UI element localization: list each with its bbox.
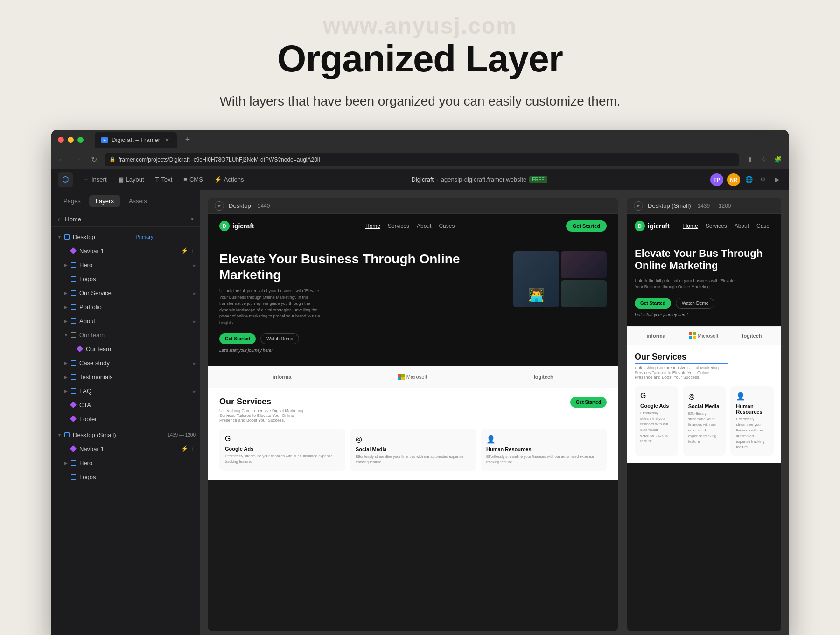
- layer-cta[interactable]: CTA: [51, 398, 200, 412]
- person-image-1: [513, 251, 559, 307]
- nav-back-button[interactable]: ←: [57, 155, 67, 164]
- layer-our-team-parent[interactable]: ▾ Our team: [51, 328, 200, 342]
- free-badge: FREE: [529, 176, 547, 183]
- expand-icon-faq: ▶: [63, 388, 69, 394]
- toolbar-cms-button[interactable]: ≡ CMS: [179, 174, 207, 185]
- layer-badge-about: #: [193, 318, 196, 324]
- canvas-area: ▶ Desktop 1440 www.anyusj.com D igicraft: [201, 190, 789, 635]
- layer-desktop-small[interactable]: ▾ Desktop (Small) 1439 — 1200: [51, 428, 200, 442]
- nav-services-small[interactable]: Services: [706, 223, 727, 229]
- hero-desc-small: Unlock the full potential of your busine…: [635, 278, 737, 290]
- nav-home-small[interactable]: Home: [683, 223, 698, 229]
- toolbar-insert-button[interactable]: ＋ Insert: [78, 173, 112, 186]
- preview-play-button-small[interactable]: ▶: [634, 201, 643, 211]
- toolbar-dot: ·: [436, 176, 438, 183]
- layer-our-team-child[interactable]: Our team: [51, 342, 200, 356]
- layer-logos-small[interactable]: Logos: [51, 470, 200, 484]
- browser-minimize-dot[interactable]: [68, 137, 74, 143]
- logos-small: informa Microsoft logitech: [627, 326, 781, 345]
- expand-placeholder-navbar-small: [63, 445, 69, 452]
- framer-toolbar: ⬡ ＋ Insert ▦ Layout T Text ≡ CMS ⚡ Actio…: [51, 169, 789, 190]
- layer-label-logos-small: Logos: [79, 473, 196, 480]
- nav-refresh-button[interactable]: ↻: [89, 155, 99, 164]
- layer-hero-small[interactable]: ▶ Hero: [51, 456, 200, 470]
- services-title: Our Services: [219, 397, 313, 407]
- services-header-text: Our Services Unleashing Comprehensive Di…: [219, 397, 313, 423]
- toolbar-text-button[interactable]: T Text: [151, 174, 177, 185]
- services-header-small: Our Services Unleashing Comprehensive Di…: [635, 352, 774, 380]
- layer-label-about: About: [79, 318, 191, 325]
- layer-testimonials[interactable]: ▶ Testimonials: [51, 370, 200, 384]
- layer-label-portfolio: Portfolio: [79, 303, 196, 310]
- nav-link-cases[interactable]: Cases: [439, 223, 455, 229]
- sidebar-home-dropdown[interactable]: ⌂ Home ▾: [51, 212, 200, 227]
- layer-navbar1-small[interactable]: Navbar 1 ⚡ ＋: [51, 442, 200, 456]
- nav-link-home[interactable]: Home: [365, 223, 380, 229]
- toolbar-layout-button[interactable]: ▦ Layout: [113, 174, 149, 185]
- website-preview-small[interactable]: www.anyusj.com D igicraft Home Services …: [627, 214, 781, 631]
- tab-title: Digicraft – Framer: [112, 136, 160, 143]
- browser-maximize-dot[interactable]: [77, 137, 84, 143]
- browser-tab[interactable]: F Digicraft – Framer ✕: [95, 132, 177, 148]
- tab-pages[interactable]: Pages: [57, 195, 87, 207]
- nav-cta-button[interactable]: Get Started: [566, 220, 607, 232]
- address-bar[interactable]: 🔒 framer.com/projects/Digicraft--c9cHI0H…: [105, 153, 739, 166]
- nav-link-services[interactable]: Services: [388, 223, 409, 229]
- service-name-social-small: Social Media: [688, 403, 721, 409]
- hero-demo-button[interactable]: Watch Demo: [260, 333, 299, 344]
- hero-actions: Get Started Watch Demo: [219, 333, 506, 344]
- layer-portfolio[interactable]: ▶ Portfolio: [51, 300, 200, 314]
- tab-add-button[interactable]: +: [182, 135, 193, 145]
- layer-badge-case: #: [193, 360, 196, 366]
- services-title-small: Our Services: [635, 352, 728, 364]
- hero-cta-button[interactable]: Get Started: [219, 333, 256, 344]
- page-title: Organized Layer: [0, 37, 840, 80]
- nav-link-about[interactable]: About: [417, 223, 431, 229]
- extensions-icon[interactable]: 🧩: [773, 155, 783, 165]
- layer-navbar1[interactable]: Navbar 1 ⚡ ＋: [51, 244, 200, 258]
- play-icon[interactable]: ▶: [772, 175, 782, 185]
- share-icon[interactable]: ⬆: [745, 155, 755, 165]
- component-icon-navbar-small: [70, 445, 77, 452]
- layer-faq[interactable]: ▶ FAQ #: [51, 384, 200, 398]
- layer-case-study[interactable]: ▶ Case study #: [51, 356, 200, 370]
- service-name-social: Social Media: [356, 446, 470, 452]
- avatar-nr[interactable]: NR: [727, 173, 740, 186]
- frame-icon-desktop-small: [63, 431, 70, 438]
- layer-label-testimonials: Testimonials: [79, 374, 196, 381]
- expand-placeholder: [63, 247, 69, 254]
- toolbar-actions-button[interactable]: ⚡ Actions: [210, 174, 249, 185]
- website-preview-desktop[interactable]: www.anyusj.com D igicraft Home Services …: [208, 214, 618, 631]
- nav-forward-button[interactable]: →: [73, 155, 83, 164]
- tab-close-icon[interactable]: ✕: [164, 137, 170, 143]
- preview-play-button[interactable]: ▶: [215, 201, 224, 211]
- star-icon[interactable]: ☆: [759, 155, 769, 165]
- layer-footer[interactable]: Footer: [51, 412, 200, 426]
- service-name-google-small: Google Ads: [640, 403, 672, 409]
- settings-icon[interactable]: ⚙: [758, 175, 768, 185]
- layer-our-service[interactable]: ▶ Our Service #: [51, 286, 200, 300]
- layer-desktop[interactable]: ▾ Desktop Primary: [51, 230, 200, 244]
- hero-demo-small[interactable]: Watch Demo: [676, 298, 714, 309]
- globe-icon[interactable]: 🌐: [744, 175, 754, 185]
- frame-icon-logos: [70, 275, 77, 282]
- frame-icon-hero: [70, 261, 77, 268]
- browser-close-dot[interactable]: [58, 137, 64, 143]
- service-text-social-small: Effortlessly streamline your finances wi…: [688, 411, 721, 444]
- hero-cta-small[interactable]: Get Started: [635, 298, 671, 309]
- layer-logos[interactable]: Logos: [51, 272, 200, 286]
- avatar-tp[interactable]: TP: [710, 173, 723, 186]
- nav-about-small[interactable]: About: [735, 223, 749, 229]
- services-cta-button[interactable]: Get Started: [570, 397, 607, 408]
- nav-links-small: Home Services About Case: [679, 223, 774, 229]
- tab-layers[interactable]: Layers: [89, 195, 120, 207]
- layer-about[interactable]: ▶ About #: [51, 314, 200, 328]
- service-google-small: G Google Ads Effortlessly streamline you…: [635, 386, 678, 456]
- layer-hero[interactable]: ▶ Hero #: [51, 258, 200, 272]
- layer-badge-size-small: 1439 — 1200: [168, 432, 196, 437]
- layer-action-plus: ＋: [190, 247, 196, 255]
- tab-assets[interactable]: Assets: [122, 195, 154, 207]
- nav-cases-small[interactable]: Case: [756, 223, 770, 229]
- browser-window: F Digicraft – Framer ✕ + ← → ↻ 🔒 framer.…: [51, 130, 789, 635]
- expand-icon-hero: ▶: [63, 261, 69, 268]
